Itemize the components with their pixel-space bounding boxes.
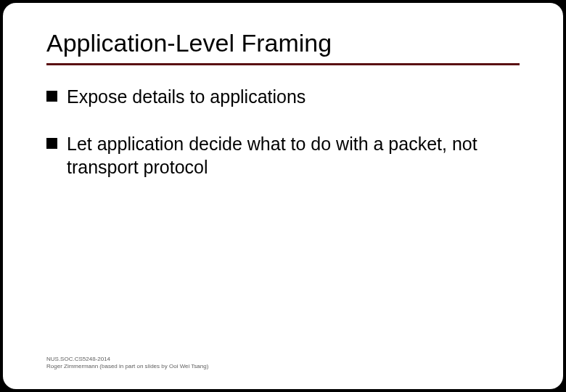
slide-title: Application-Level Framing xyxy=(46,29,520,62)
list-item: Let application decide what to do with a… xyxy=(46,133,520,179)
title-rule xyxy=(46,63,520,65)
slide-footer: NUS.SOC.CS5248-2014 Roger Zimmermann (ba… xyxy=(46,356,208,370)
bullet-list: Expose details to applications Let appli… xyxy=(46,86,520,179)
footer-line: NUS.SOC.CS5248-2014 xyxy=(46,356,208,363)
list-item: Expose details to applications xyxy=(46,86,520,108)
footer-line: Roger Zimmermann (based in part on slide… xyxy=(46,363,208,370)
slide: Application-Level Framing Expose details… xyxy=(3,3,563,389)
